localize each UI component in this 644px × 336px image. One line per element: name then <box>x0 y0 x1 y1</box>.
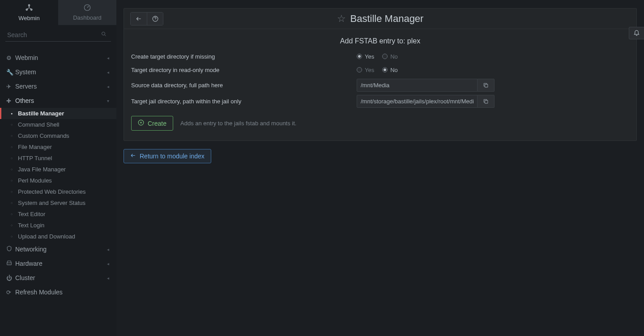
row-readonly: Target directory in read-only mode Yes N… <box>131 63 629 77</box>
radio-dot-icon <box>357 54 362 59</box>
return-button-label: Return to module index <box>140 153 205 160</box>
sidebar-item-label: Perl Modules <box>18 177 52 184</box>
chevron-left-icon: ◂ <box>107 247 109 252</box>
chevron-left-icon: ◂ <box>107 70 109 75</box>
svg-point-0 <box>29 4 30 6</box>
create-button[interactable]: Create <box>131 116 173 131</box>
sidebar-item-java-file-manager[interactable]: ○Java File Manager <box>0 164 116 175</box>
radio-create-dir-no[interactable]: No <box>382 53 398 60</box>
sidebar-item-upload-and-download[interactable]: ○Upload and Download <box>0 231 116 242</box>
input-target-dir[interactable] <box>357 95 478 108</box>
bullet-icon: ○ <box>11 157 18 160</box>
nav-system[interactable]: 🔧 System ◂ <box>0 65 116 79</box>
chevron-left-icon: ◂ <box>107 55 109 60</box>
chevron-left-icon: ◂ <box>107 261 109 266</box>
nav-networking[interactable]: Networking ◂ <box>0 242 116 256</box>
label-readonly: Target directory in read-only mode <box>131 67 357 73</box>
chevron-down-icon: ▾ <box>107 98 109 103</box>
bullet-icon: ○ <box>11 190 18 193</box>
nav-hardware[interactable]: Hardware ◂ <box>0 256 116 271</box>
form-actions: Create Adds an entry to the jails fstab … <box>131 116 629 131</box>
sidebar: Webmin Dashboard ⚙ Webmin ◂ 🔧 System ◂ ✈… <box>0 0 116 336</box>
sidebar-item-perl-modules[interactable]: ○Perl Modules <box>0 175 116 186</box>
nav-cluster-label: Cluster <box>15 274 107 281</box>
nav-refresh-label: Refresh Modules <box>15 289 109 296</box>
webmin-logo-icon <box>25 4 33 13</box>
radio-dot-icon <box>382 67 388 72</box>
bullet-icon: ○ <box>11 201 18 204</box>
back-button[interactable] <box>131 13 147 25</box>
sidebar-item-protected-web-directories[interactable]: ○Protected Web Directories <box>0 186 116 197</box>
notifications-toggle[interactable] <box>629 27 644 39</box>
nav-servers[interactable]: ✈ Servers ◂ <box>0 79 116 94</box>
chevron-left-icon: ◂ <box>107 84 109 89</box>
input-group-source <box>357 79 495 92</box>
label-target: Target jail directory, path within the j… <box>131 98 357 105</box>
label-source: Source data directory, full path here <box>131 82 357 89</box>
bell-icon <box>633 29 640 37</box>
radio-dot-icon <box>357 67 362 72</box>
sidebar-item-bastille-manager[interactable]: ●Bastille Manager <box>0 108 116 119</box>
radio-label: Yes <box>365 67 374 73</box>
bullet-icon: ○ <box>11 123 18 126</box>
sidebar-item-custom-commands[interactable]: ○Custom Commands <box>0 130 116 141</box>
nav-others-label: Others <box>15 97 107 104</box>
main-content: ☆ Bastille Manager Add FSTAB entry to: p… <box>116 0 644 336</box>
nav-hardware-label: Hardware <box>15 260 107 267</box>
puzzle-icon: ✚ <box>6 98 15 104</box>
radio-readonly-yes[interactable]: Yes <box>357 67 374 73</box>
sidebar-item-command-shell[interactable]: ○Command Shell <box>0 119 116 130</box>
sidebar-item-label: Text Editor <box>18 211 45 217</box>
return-button[interactable]: Return to module index <box>124 149 211 163</box>
sidebar-item-label: File Manager <box>18 144 52 150</box>
star-icon[interactable]: ☆ <box>337 13 346 25</box>
sidebar-item-label: Upload and Download <box>18 233 75 240</box>
bullet-icon: ○ <box>11 213 18 216</box>
input-source-dir[interactable] <box>357 79 478 92</box>
nav-others[interactable]: ✚ Others ▾ <box>0 94 116 108</box>
create-button-label: Create <box>148 120 166 127</box>
help-button[interactable] <box>147 13 163 25</box>
sidebar-item-file-manager[interactable]: ○File Manager <box>0 141 116 153</box>
nav: ⚙ Webmin ◂ 🔧 System ◂ ✈ Servers ◂ ✚ Othe… <box>0 45 116 299</box>
shield-icon <box>6 246 15 253</box>
power-icon: ⏻ <box>6 275 15 281</box>
tab-webmin[interactable]: Webmin <box>0 0 58 25</box>
radio-group-readonly: Yes No <box>357 67 629 73</box>
browse-target-button[interactable] <box>478 95 495 108</box>
nav-webmin[interactable]: ⚙ Webmin ◂ <box>0 51 116 65</box>
radio-label: No <box>390 67 398 73</box>
radio-dot-icon <box>382 54 388 59</box>
nav-cluster[interactable]: ⏻ Cluster ◂ <box>0 271 116 285</box>
nav-webmin-label: Webmin <box>15 54 107 61</box>
chevron-left-icon: ◂ <box>107 276 109 281</box>
sidebar-item-label: Bastille Manager <box>18 110 64 117</box>
sidebar-item-label: HTTP Tunnel <box>18 155 52 162</box>
row-target: Target jail directory, path within the j… <box>131 94 629 108</box>
bullet-icon: ○ <box>11 134 18 137</box>
nav-servers-label: Servers <box>15 83 107 90</box>
svg-rect-7 <box>485 84 488 87</box>
bullet-icon: ○ <box>11 168 18 171</box>
sidebar-item-label: Command Shell <box>18 121 60 128</box>
sidebar-item-text-editor[interactable]: ○Text Editor <box>0 208 116 220</box>
radio-create-dir-yes[interactable]: Yes <box>357 53 374 60</box>
hdd-icon <box>6 260 15 267</box>
panel-body: Add FSTAB entry to: plex Create target d… <box>124 29 636 140</box>
radio-readonly-no[interactable]: No <box>382 67 398 73</box>
search-wrap <box>0 25 116 45</box>
tab-dashboard[interactable]: Dashboard <box>58 0 116 25</box>
page-title: Bastille Manager <box>350 13 424 25</box>
sidebar-item-system-and-server-status[interactable]: ○System and Server Status <box>0 197 116 208</box>
sidebar-item-http-tunnel[interactable]: ○HTTP Tunnel <box>0 153 116 164</box>
gear-icon: ⚙ <box>6 55 15 61</box>
label-create-dir: Create target directory if missing <box>131 53 357 60</box>
svg-rect-8 <box>485 100 488 103</box>
sidebar-item-text-login[interactable]: ○Text Login <box>0 220 116 231</box>
wrench-icon: 🔧 <box>6 69 15 76</box>
browse-source-button[interactable] <box>478 79 495 92</box>
bullet-icon: ○ <box>11 235 18 238</box>
dashboard-icon <box>84 4 91 13</box>
search-input[interactable] <box>5 29 111 42</box>
nav-refresh-modules[interactable]: ⟳ Refresh Modules <box>0 285 116 299</box>
